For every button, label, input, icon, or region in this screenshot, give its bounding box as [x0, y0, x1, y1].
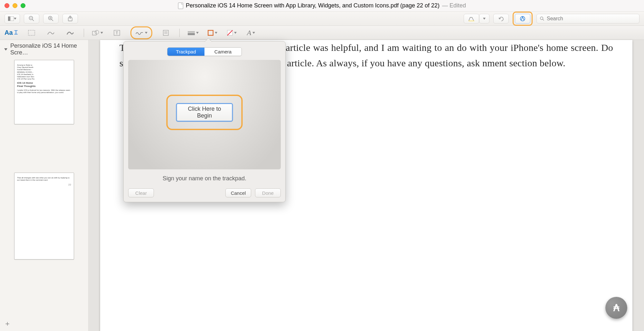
sidebar-doc-title: Personalize iOS 14 Home Scre…	[10, 43, 84, 56]
tab-trackpad[interactable]: Trackpad	[167, 48, 204, 56]
rotate-button[interactable]	[493, 14, 509, 24]
done-button[interactable]: Done	[255, 188, 281, 197]
svg-rect-20	[163, 30, 168, 35]
window-title: Personalize iOS 14 Home Screen with App …	[178, 2, 466, 9]
svg-rect-16	[92, 31, 96, 35]
zoom-in-button[interactable]	[43, 14, 59, 24]
text-selection-tool[interactable]: AaᏆ	[5, 28, 18, 38]
window-title-text: Personalize iOS 14 Home Screen with App …	[186, 2, 440, 9]
note-button[interactable]	[160, 28, 172, 38]
markup-toggle-button[interactable]	[515, 14, 530, 24]
window-controls	[5, 3, 25, 8]
zoom-window-button[interactable]	[21, 3, 25, 8]
rect-selection-tool[interactable]	[26, 28, 37, 38]
page-thumbnail-21[interactable]: Among to Style toGrey Neutral AesthIcona…	[14, 60, 74, 124]
shapes-menu[interactable]	[92, 28, 103, 38]
highlight-button[interactable]	[464, 14, 479, 24]
svg-line-6	[52, 19, 53, 21]
svg-rect-26	[208, 30, 213, 35]
document-viewport[interactable]: That all changes with iOS 14. I hope thi…	[89, 40, 644, 331]
svg-rect-1	[10, 16, 14, 21]
begin-signature-button[interactable]: Click Here to Begin	[176, 103, 233, 122]
border-color-menu[interactable]	[207, 28, 218, 38]
clear-signature-button[interactable]: Clear	[128, 188, 154, 197]
share-button[interactable]	[62, 14, 78, 24]
floating-action-button[interactable]: ₳	[605, 297, 627, 319]
svg-rect-15	[28, 30, 35, 35]
fill-color-menu[interactable]	[226, 28, 238, 38]
currency-icon: ₳	[610, 302, 622, 314]
search-input[interactable]	[547, 16, 636, 22]
line-style-menu[interactable]	[187, 28, 199, 38]
highlight-menu-button[interactable]	[479, 14, 489, 24]
signature-hint: Sign your name on the trackpad.	[124, 175, 285, 182]
svg-text:₳: ₳	[613, 303, 620, 313]
disclosure-triangle-icon	[4, 47, 8, 51]
sign-button-highlight	[130, 26, 152, 39]
sketch-tool[interactable]	[45, 28, 57, 38]
search-icon	[540, 16, 544, 21]
cancel-button[interactable]: Cancel	[225, 188, 251, 197]
svg-line-3	[32, 19, 34, 21]
markup-toolbar: AaᏆ T A	[0, 26, 644, 40]
highlight-split-button[interactable]	[464, 14, 489, 24]
svg-rect-11	[469, 21, 474, 21]
view-mode-button[interactable]	[5, 14, 20, 24]
svg-text:T: T	[116, 31, 118, 35]
markup-button-highlight	[513, 12, 533, 26]
svg-rect-0	[8, 16, 10, 21]
sign-menu[interactable]	[135, 28, 147, 38]
svg-line-14	[543, 19, 544, 20]
page-thumbnail-22[interactable]: That all changes with see what you can d…	[14, 173, 74, 260]
titlebar: Personalize iOS 14 Home Screen with App …	[0, 0, 644, 12]
text-style-menu[interactable]: A	[245, 28, 257, 38]
signature-canvas[interactable]: Click Here to Begin	[128, 60, 281, 169]
search-field[interactable]	[536, 14, 639, 24]
separator	[179, 29, 180, 37]
edited-indicator: — Edited	[442, 2, 466, 9]
begin-highlight: Click Here to Begin	[166, 95, 243, 130]
insert-text-button[interactable]: T	[111, 28, 123, 38]
separator	[84, 29, 84, 37]
document-icon	[178, 3, 183, 9]
draw-tool[interactable]	[64, 28, 76, 38]
thumbnails-sidebar: Personalize iOS 14 Home Scre… Among to S…	[0, 40, 89, 331]
close-window-button[interactable]	[5, 3, 9, 8]
minimize-window-button[interactable]	[13, 3, 17, 8]
svg-point-17	[95, 30, 99, 34]
svg-point-13	[540, 17, 543, 19]
popover-arrow	[204, 38, 212, 42]
main-toolbar	[0, 12, 644, 26]
sidebar-header[interactable]: Personalize iOS 14 Home Scre…	[0, 42, 88, 57]
tab-camera[interactable]: Camera	[204, 48, 242, 56]
signature-popover: Trackpad Camera Click Here to Begin Sign…	[123, 41, 286, 202]
zoom-out-button[interactable]	[24, 14, 39, 24]
signature-source-segmented: Trackpad Camera	[167, 47, 242, 56]
add-page-button[interactable]: ＋	[4, 319, 11, 328]
